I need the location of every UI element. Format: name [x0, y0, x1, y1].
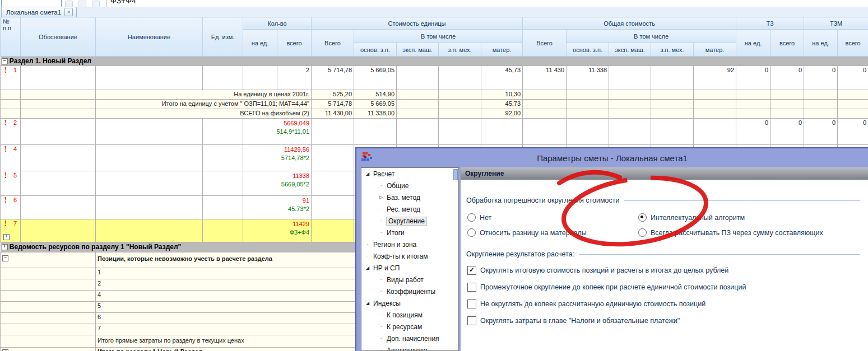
- cell-unitcost-em[interactable]: [397, 66, 439, 90]
- section-row[interactable]: − Раздел 1. Новый Раздел: [1, 57, 868, 66]
- cell-empty[interactable]: [567, 119, 609, 145]
- cell-empty[interactable]: [770, 90, 804, 100]
- tree-item-Коэффициенты[interactable]: ·Коэффициенты: [361, 286, 458, 297]
- cell-num[interactable]: ! 2: [1, 119, 21, 145]
- cell-name[interactable]: [96, 171, 203, 196]
- checkbox-round-taxes-chapter[interactable]: Округлять затраты в главе "Налоги и обяз…: [467, 316, 862, 325]
- cell-empty[interactable]: [651, 119, 694, 145]
- tree-expanded-icon[interactable]: ◢: [365, 301, 370, 306]
- cell-num[interactable]: [1, 100, 21, 109]
- cell-totalcost-total[interactable]: 11 430: [523, 66, 567, 90]
- cell-empty[interactable]: [312, 171, 354, 196]
- cell-num[interactable]: [1, 90, 21, 100]
- cell-empty[interactable]: [736, 90, 770, 100]
- cell-empty[interactable]: [397, 90, 439, 100]
- tree-item-Автозагрузка[interactable]: ·Автозагрузка: [361, 344, 458, 351]
- cell-justification[interactable]: [21, 90, 96, 100]
- cell-empty[interactable]: [609, 119, 651, 145]
- cell-qty-total[interactable]: 2: [277, 66, 312, 90]
- cell-empty[interactable]: [523, 119, 567, 145]
- tree-collapsed-icon[interactable]: ▷: [378, 195, 384, 200]
- subtotal-mat[interactable]: 10,30: [481, 90, 523, 100]
- cell-qty[interactable]: 5669,049 514,9*11,01: [243, 119, 312, 145]
- cell-unit[interactable]: [203, 196, 243, 219]
- cell-tz-total[interactable]: 0: [770, 119, 804, 145]
- cell-totalcost-mat[interactable]: 92: [694, 66, 736, 90]
- cell-empty[interactable]: [838, 109, 868, 119]
- cell-tzm-per[interactable]: 0: [804, 119, 838, 145]
- cell-num[interactable]: [1, 109, 21, 119]
- cell-empty[interactable]: [1, 291, 96, 302]
- tree-expanded-icon[interactable]: ◢: [365, 265, 370, 270]
- cell-justification[interactable]: [21, 145, 96, 171]
- tree-item-НР и СП[interactable]: ◢НР и СП: [361, 262, 458, 274]
- tree-item-Индексы[interactable]: ◢Индексы: [361, 297, 458, 309]
- tree-item-К ресурсам[interactable]: ·К ресурсам: [361, 321, 458, 333]
- cell-empty[interactable]: [609, 100, 651, 109]
- cell-num[interactable]: ! 5: [1, 171, 21, 196]
- cell-empty[interactable]: [736, 100, 770, 109]
- cell-tzm-total[interactable]: 0: [838, 66, 868, 90]
- cell-empty[interactable]: [439, 119, 481, 145]
- cell-empty[interactable]: [312, 119, 354, 145]
- cell-unit[interactable]: [203, 145, 243, 171]
- subtotal-total[interactable]: 11 430,00: [312, 109, 354, 119]
- cell-num[interactable]: ! 1: [1, 66, 21, 90]
- cell-empty[interactable]: [1, 324, 96, 335]
- cell-justification[interactable]: [21, 119, 96, 145]
- cell-empty[interactable]: [838, 90, 868, 100]
- radio-none[interactable]: Нет: [467, 213, 638, 222]
- subtotal-ozp[interactable]: 514,90: [354, 90, 397, 100]
- cell-empty[interactable]: [312, 145, 354, 171]
- cell-empty[interactable]: [523, 109, 567, 119]
- cell-empty[interactable]: [651, 100, 694, 109]
- cell-empty[interactable]: [804, 100, 838, 109]
- cell-justification[interactable]: [21, 196, 96, 219]
- checkbox-no-kopeck-rounding-unit-cost[interactable]: Не округлять до копеек рассчитанную един…: [467, 299, 862, 308]
- subtotal-mat[interactable]: 92,00: [481, 109, 523, 119]
- cell-empty[interactable]: [694, 100, 736, 109]
- cell-empty[interactable]: [439, 109, 481, 119]
- cell-name[interactable]: [96, 66, 203, 90]
- cell-empty[interactable]: [1, 279, 96, 291]
- cell-empty[interactable]: [567, 90, 609, 100]
- cell-empty[interactable]: [651, 90, 694, 100]
- cell-name[interactable]: [96, 119, 203, 145]
- checkbox-round-totals-to-rubles[interactable]: Округлять итоговую стоимость позиций и р…: [467, 266, 862, 275]
- radio-pz-sum-of-components[interactable]: Всегда рассчитывать ПЗ через сумму соста…: [638, 228, 862, 237]
- radio-difference-to-materials[interactable]: Относить разницу на материалы: [467, 228, 638, 237]
- cell-num[interactable]: ! 7 +: [1, 219, 21, 242]
- cell-empty[interactable]: [838, 100, 868, 109]
- cell-empty[interactable]: [651, 109, 694, 119]
- cell-totalcost-zpm[interactable]: [651, 66, 694, 90]
- cell-empty[interactable]: [770, 100, 804, 109]
- subtotal-label[interactable]: ВСЕГО на физобъем (2): [96, 109, 312, 119]
- cell-empty[interactable]: [609, 109, 651, 119]
- tree-item-Регион и зона[interactable]: ·Регион и зона: [361, 238, 458, 250]
- subtotal-label[interactable]: Итого на единицу с учетом " ОЗП=11,01; М…: [96, 100, 312, 109]
- cell-tz-per[interactable]: 0: [736, 66, 770, 90]
- collapse-icon[interactable]: −: [2, 58, 8, 64]
- tree-item-К позициям[interactable]: ·К позициям: [361, 309, 458, 321]
- tree-item-Доп. начисления[interactable]: ·Доп. начисления: [361, 333, 458, 344]
- cell-empty[interactable]: [439, 90, 481, 100]
- cell-unit[interactable]: [203, 219, 243, 242]
- cell-empty[interactable]: [397, 100, 439, 109]
- cell-qty[interactable]: 11429 Ф3+Ф4: [243, 219, 312, 242]
- collapse-icon[interactable]: −: [2, 255, 8, 261]
- cell-empty[interactable]: [354, 119, 397, 145]
- cell-empty[interactable]: [609, 90, 651, 100]
- cell-name[interactable]: [96, 196, 203, 219]
- cell-totalcost-em[interactable]: [609, 66, 651, 90]
- cell-justification[interactable]: [21, 109, 96, 119]
- cell-empty[interactable]: [694, 119, 736, 145]
- cell-empty[interactable]: [523, 90, 567, 100]
- tree-item-Итоги[interactable]: ·Итоги: [361, 227, 458, 238]
- cell-tzm-total[interactable]: 0: [838, 119, 868, 145]
- cell-unitcost-ozp[interactable]: 5 669,05: [354, 66, 397, 90]
- cell-empty[interactable]: [736, 109, 770, 119]
- subtotal-total[interactable]: 5 714,78: [312, 100, 354, 109]
- tree-item-Общие[interactable]: ·Общие: [361, 180, 458, 191]
- cell-empty[interactable]: [397, 119, 439, 145]
- cell-justification[interactable]: [21, 66, 96, 90]
